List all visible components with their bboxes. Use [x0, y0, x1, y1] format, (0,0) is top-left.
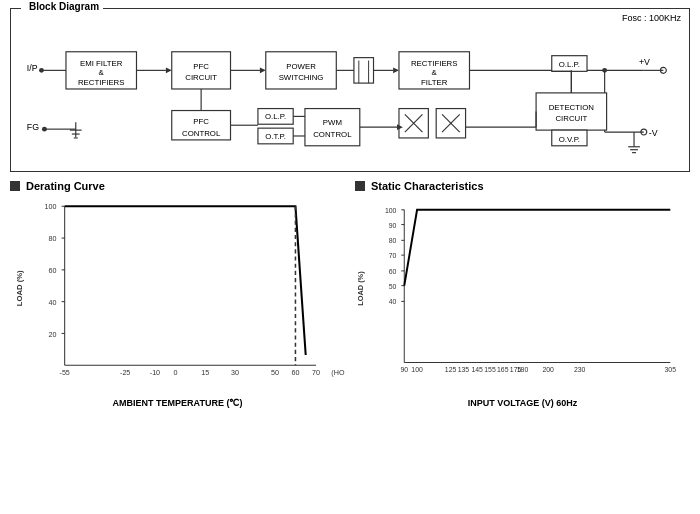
- block-diagram-svg: .blk { fill: #fff; stroke: #333; stroke-…: [17, 13, 683, 163]
- derating-xlabel: AMBIENT TEMPERATURE (℃): [10, 398, 345, 408]
- svg-text:50: 50: [389, 283, 397, 290]
- svg-text:40: 40: [49, 299, 57, 307]
- svg-text:POWER: POWER: [286, 62, 316, 71]
- svg-text:CONTROL: CONTROL: [313, 130, 352, 139]
- svg-text:155: 155: [484, 366, 496, 373]
- svg-text:FILTER: FILTER: [421, 78, 448, 87]
- svg-text:O.T.P.: O.T.P.: [265, 132, 286, 141]
- svg-text:O.L.P.: O.L.P.: [559, 60, 580, 69]
- svg-text:90: 90: [389, 222, 397, 229]
- svg-text:80: 80: [389, 237, 397, 244]
- static-section: Static Characteristics 100 90 80 70: [355, 180, 690, 408]
- svg-text:DETECTION: DETECTION: [549, 103, 595, 112]
- svg-marker-5: [166, 67, 172, 73]
- svg-text:-55: -55: [60, 369, 70, 377]
- derating-chart-svg: .axis-line { stroke: #333; stroke-width:…: [10, 196, 345, 396]
- block-diagram-title: Block Diagram: [29, 1, 99, 12]
- svg-text:90: 90: [400, 366, 408, 373]
- derating-sq-icon: [10, 181, 20, 191]
- svg-text:180: 180: [517, 366, 529, 373]
- svg-text:50: 50: [271, 369, 279, 377]
- svg-text:(HORIZONTAL): (HORIZONTAL): [331, 369, 345, 377]
- fg-label: FG: [27, 122, 39, 132]
- fosc-label: Fosc : 100KHz: [622, 13, 681, 23]
- svg-marker-16: [393, 67, 399, 73]
- svg-text:60: 60: [49, 267, 57, 275]
- svg-text:&: &: [99, 68, 105, 77]
- svg-text:-25: -25: [120, 369, 130, 377]
- svg-text:125: 125: [445, 366, 457, 373]
- svg-text:EMI FILTER: EMI FILTER: [80, 59, 123, 68]
- vminus-label: -V: [649, 128, 658, 138]
- svg-text:165: 165: [497, 366, 509, 373]
- svg-text:RECTIFIERS: RECTIFIERS: [411, 59, 458, 68]
- svg-text:20: 20: [49, 331, 57, 339]
- static-chart-svg: 100 90 80 70 60 50 40 LOAD (%): [355, 196, 690, 396]
- svg-text:100: 100: [385, 207, 397, 214]
- svg-text:305: 305: [665, 366, 677, 373]
- svg-text:230: 230: [574, 366, 586, 373]
- svg-text:RECTIFIERS: RECTIFIERS: [78, 78, 125, 87]
- static-title: Static Characteristics: [371, 180, 484, 192]
- page: Block Diagram Fosc : 100KHz .blk { fill:…: [0, 0, 700, 514]
- svg-text:PFC: PFC: [193, 62, 209, 71]
- derating-chart: .axis-line { stroke: #333; stroke-width:…: [10, 196, 345, 396]
- svg-text:LOAD (%): LOAD (%): [15, 270, 24, 306]
- static-xlabel: INPUT VOLTAGE (V) 60Hz: [355, 398, 690, 408]
- svg-text:PFC: PFC: [193, 117, 209, 126]
- derating-section: Derating Curve .axis-line { stroke: #333…: [10, 180, 345, 408]
- ip-label: I/P: [27, 63, 38, 73]
- svg-text:CIRCUIT: CIRCUIT: [185, 73, 217, 82]
- svg-text:PWM: PWM: [323, 118, 342, 127]
- svg-text:O.V.P.: O.V.P.: [559, 135, 580, 144]
- svg-text:CONTROL: CONTROL: [182, 129, 221, 138]
- svg-text:LOAD (%): LOAD (%): [356, 271, 365, 306]
- svg-text:15: 15: [201, 369, 209, 377]
- static-header: Static Characteristics: [355, 180, 690, 192]
- svg-text:40: 40: [389, 298, 397, 305]
- derating-header: Derating Curve: [10, 180, 345, 192]
- ip-port: [39, 68, 44, 73]
- svg-text:CIRCUIT: CIRCUIT: [555, 114, 587, 123]
- derating-title: Derating Curve: [26, 180, 105, 192]
- svg-text:100: 100: [411, 366, 423, 373]
- svg-text:-10: -10: [150, 369, 160, 377]
- block-diagram-header: Block Diagram: [21, 1, 103, 12]
- svg-text:70: 70: [389, 252, 397, 259]
- vplus-label: +V: [639, 57, 650, 67]
- svg-text:O.L.P.: O.L.P.: [265, 112, 286, 121]
- block-diagram-section: Block Diagram Fosc : 100KHz .blk { fill:…: [10, 8, 690, 172]
- svg-text:60: 60: [389, 268, 397, 275]
- svg-text:70: 70: [312, 369, 320, 377]
- svg-text:100: 100: [45, 203, 57, 211]
- static-sq-icon: [355, 181, 365, 191]
- derating-curve-line: [65, 206, 306, 355]
- static-curve-line: [404, 210, 670, 286]
- svg-text:135: 135: [458, 366, 470, 373]
- transformer-symbol: [354, 58, 374, 83]
- svg-text:145: 145: [471, 366, 483, 373]
- svg-marker-9: [260, 67, 266, 73]
- svg-text:60: 60: [291, 369, 299, 377]
- svg-text:80: 80: [49, 235, 57, 243]
- svg-text:&: &: [432, 68, 438, 77]
- svg-text:0: 0: [173, 369, 177, 377]
- static-chart: 100 90 80 70 60 50 40 LOAD (%): [355, 196, 690, 396]
- svg-text:30: 30: [231, 369, 239, 377]
- svg-text:200: 200: [542, 366, 554, 373]
- svg-text:SWITCHING: SWITCHING: [279, 73, 324, 82]
- bottom-sections: Derating Curve .axis-line { stroke: #333…: [10, 180, 690, 408]
